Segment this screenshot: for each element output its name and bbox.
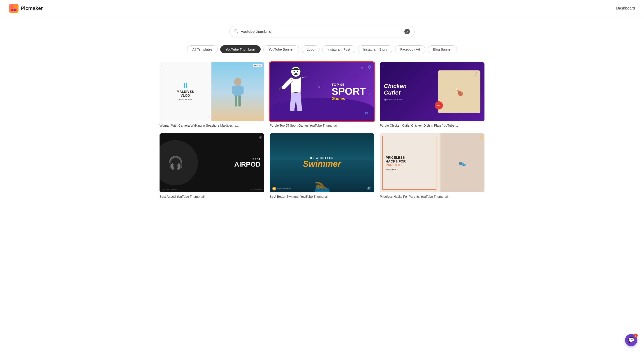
template-thumb-swimmer: 🏊 BE A BETTER Swimmer ▶ STEVE TUTORIALS … xyxy=(270,134,374,192)
svg-rect-1 xyxy=(14,6,16,8)
svg-point-13 xyxy=(293,71,295,72)
template-thumb-sport: ✕ xyxy=(270,62,374,121)
chicken-chef-text: CHEF. RANDY SON xyxy=(388,99,402,100)
airpod-label1: 👍 TOP 05 AIRPODS xyxy=(162,189,178,190)
tab-logo[interactable]: Logo xyxy=(302,45,320,53)
search-icon xyxy=(234,29,238,34)
svg-rect-7 xyxy=(234,86,242,96)
svg-rect-9 xyxy=(241,86,244,94)
search-bar: ✕ xyxy=(230,26,414,37)
svg-rect-16 xyxy=(290,108,294,111)
template-thumb-maldives: MALDIVESVLOG JOHN DANIEL * * PART 03 xyxy=(160,62,264,121)
tab-all-templates[interactable]: All Templates xyxy=(187,45,218,53)
swimmer-channel: STEVE TUTORIALS xyxy=(277,188,291,189)
hacks-channel: ▶ DEE HACKS xyxy=(386,169,406,171)
logo-text: Picmaker xyxy=(21,6,43,11)
template-card-airpod[interactable]: ▲ 🎧 BEST AIRPOD 👍 TOP 05 AIRPODS CYBER T… xyxy=(160,134,264,199)
swimmer-main-text: Swimmer xyxy=(303,159,341,169)
search-input[interactable] xyxy=(241,29,404,34)
maldives-title-text: MALDIVESVLOG xyxy=(177,90,194,98)
template-title-airpod: Best Airpod YouTube Thumbnail xyxy=(160,194,264,199)
logo[interactable]: Picmaker xyxy=(9,4,43,13)
template-card-maldives[interactable]: MALDIVESVLOG JOHN DANIEL * * PART 03 xyxy=(160,62,264,128)
chicken-title-text: ChickenCutlet xyxy=(384,83,406,96)
svg-rect-11 xyxy=(238,96,241,106)
svg-rect-8 xyxy=(232,86,235,94)
filter-tabs: All Templates YouTube Thumbnail YouTube … xyxy=(0,42,644,60)
chicken-food-visual: 🍗 xyxy=(438,70,480,113)
tab-instagram-post[interactable]: Instagram Post xyxy=(322,45,356,53)
svg-rect-0 xyxy=(11,6,14,8)
maldives-author-text: JOHN DANIEL xyxy=(178,99,192,100)
header: Picmaker Dashboard xyxy=(0,0,644,17)
svg-rect-3 xyxy=(14,8,16,11)
sport-games-text: Games xyxy=(332,96,366,101)
dashboard-link[interactable]: Dashboard xyxy=(616,6,635,10)
template-grid: MALDIVESVLOG JOHN DANIEL * * PART 03 xyxy=(142,60,502,208)
airpod-label2: CYBER TECH xyxy=(251,189,262,190)
svg-point-15 xyxy=(294,73,298,76)
chicken-badge: #03 xyxy=(435,101,443,110)
airpod-main-text: AIRPOD xyxy=(234,161,260,168)
tab-instagram-story[interactable]: Instagram Story xyxy=(358,45,392,53)
svg-point-14 xyxy=(297,71,298,72)
template-thumb-airpod: ▲ 🎧 BEST AIRPOD 👍 TOP 05 AIRPODS CYBER T… xyxy=(160,134,264,192)
hacks-image-area: 👟 ✋ xyxy=(440,134,484,192)
maldives-part-badge: PART 03 xyxy=(253,64,262,66)
svg-rect-2 xyxy=(11,8,14,11)
svg-rect-10 xyxy=(235,96,238,106)
search-clear-button[interactable]: ✕ xyxy=(404,29,410,34)
template-thumb-chicken: ChickenCutlet CHEF. RANDY SON #03 🍗 🍴 xyxy=(380,62,484,121)
swimmer-visual: 🏊 xyxy=(314,178,330,192)
svg-point-6 xyxy=(234,78,242,86)
tab-youtube-banner[interactable]: YouTube Banner xyxy=(263,45,299,53)
template-card-sport[interactable]: ✕ xyxy=(270,62,374,128)
search-section: ✕ xyxy=(0,17,644,42)
svg-line-5 xyxy=(237,32,238,33)
template-card-chicken[interactable]: ChickenCutlet CHEF. RANDY SON #03 🍗 🍴 xyxy=(380,62,484,128)
logo-icon xyxy=(9,4,18,13)
tab-facebook-ad[interactable]: Facebook Ad xyxy=(395,45,425,53)
swimmer-icon: 🌊 xyxy=(367,186,372,190)
template-card-swimmer[interactable]: 🏊 BE A BETTER Swimmer ▶ STEVE TUTORIALS … xyxy=(270,134,374,199)
svg-rect-17 xyxy=(297,108,302,111)
tab-blog-banner[interactable]: Blog Banner xyxy=(428,45,457,53)
sport-main-text: SPORT xyxy=(332,86,366,96)
template-thumb-hacks: PRICELESSHACKS FOR PARENTS ▶ DEE HACKS 👟… xyxy=(380,134,484,192)
airpod-visual: 🎧 xyxy=(168,156,184,170)
template-title-swimmer: Be A Better Swimmer YouTube Thumbnail xyxy=(270,194,374,199)
tab-youtube-thumbnail[interactable]: YouTube Thumbnail xyxy=(220,45,260,53)
template-title-hacks: Priceless Hacks For Parents YouTube Thum… xyxy=(380,194,484,199)
hacks-parents-text: PARENTS xyxy=(386,163,406,167)
template-card-hacks[interactable]: PRICELESSHACKS FOR PARENTS ▶ DEE HACKS 👟… xyxy=(380,134,484,199)
template-title-chicken: Purple Chicken Cutlet Chicken Dish in Pl… xyxy=(380,124,484,128)
template-title-maldives: Woman With Camera Walking in Seashore Ma… xyxy=(160,124,264,128)
template-title-sport: Purple Top 05 Sport Games YouTube Thumbn… xyxy=(270,124,374,128)
hacks-priceless-text: PRICELESSHACKS FOR xyxy=(386,156,406,163)
